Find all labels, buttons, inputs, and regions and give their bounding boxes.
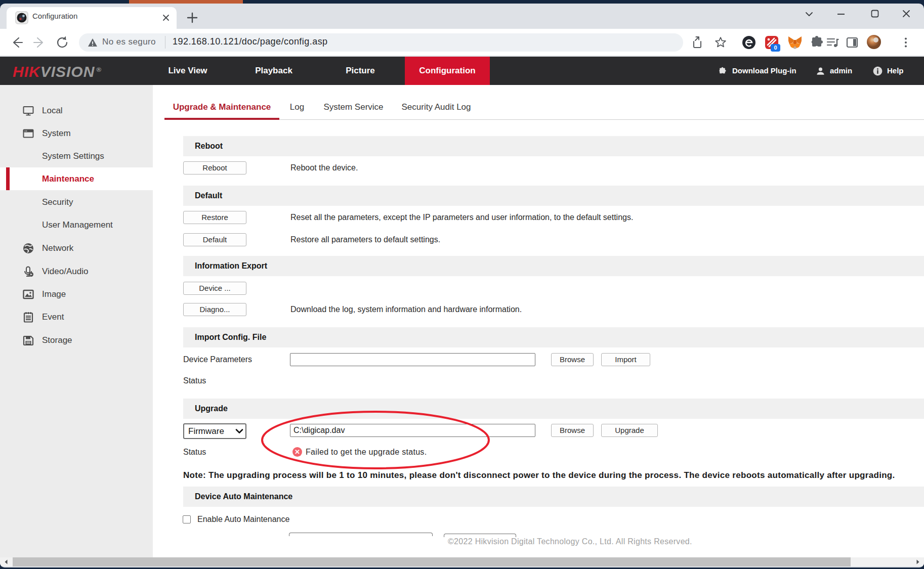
storage-disk-icon	[22, 334, 34, 346]
help-link[interactable]: Help	[887, 57, 904, 85]
section-default: Default	[183, 186, 924, 206]
tab-title: Configuration	[32, 12, 77, 20]
upgrade-browse-button[interactable]: Browse	[551, 424, 594, 437]
user-name[interactable]: admin	[830, 57, 852, 85]
download-plugin-link[interactable]: Download Plug-in	[732, 57, 796, 85]
default-desc: Restore all parameters to default settin…	[290, 233, 440, 246]
import-browse-button[interactable]: Browse	[551, 353, 594, 366]
upgrade-status-label: Status	[183, 446, 206, 459]
sidebar-item-system[interactable]: System	[0, 122, 153, 145]
sidebar-item-network[interactable]: Network	[0, 237, 153, 259]
metamask-fox-icon[interactable]	[787, 34, 803, 51]
sidebar-item-system-settings[interactable]: System Settings	[0, 145, 153, 167]
upgrade-note: Note: The upgrading process will be 1 to…	[183, 470, 895, 480]
sidebar-item-image[interactable]: Image	[0, 283, 153, 305]
tab-log[interactable]: Log	[279, 99, 315, 115]
auto-maintenance-field-partial[interactable]	[289, 533, 433, 536]
section-import-config: Import Config. File	[183, 327, 924, 347]
nav-playback[interactable]: Playback	[242, 57, 306, 85]
screenshot-stage: Configuration	[0, 0, 924, 569]
window-maximize-icon[interactable]	[867, 6, 883, 21]
bookmark-star-icon[interactable]	[712, 34, 729, 51]
sidebar: Local System System Settings Maintenance…	[0, 85, 153, 557]
section-device-auto-maintenance: Device Auto Maintenance	[183, 487, 924, 507]
tab-security-audit-log[interactable]: Security Audit Log	[392, 99, 480, 115]
nav-live-view[interactable]: Live View	[156, 57, 220, 85]
tab-upgrade-maintenance[interactable]: Upgrade & Maintenance	[164, 99, 279, 115]
hikvision-logo: HIKVISION®	[13, 63, 102, 80]
side-panel-icon[interactable]	[844, 34, 860, 51]
restore-button[interactable]: Restore	[183, 211, 246, 224]
restore-desc: Reset all the parameters, except the IP …	[290, 211, 633, 224]
desktop-strip-accent	[129, 0, 243, 4]
browser-toolbar: No es seguro 192.168.10.121/doc/page/con…	[0, 29, 924, 56]
upgrade-file-input[interactable]	[290, 424, 535, 437]
scrollbar-thumb[interactable]	[13, 557, 851, 566]
nav-picture[interactable]: Picture	[328, 57, 392, 85]
music-list-icon[interactable]	[824, 34, 841, 51]
page-body: Local System System Settings Maintenance…	[0, 85, 924, 557]
auto-maintenance-field-partial-2[interactable]	[444, 534, 516, 537]
image-icon	[22, 288, 34, 300]
extensions-puzzle-icon[interactable]	[809, 34, 825, 51]
sidebar-item-event[interactable]: Event	[0, 305, 153, 328]
diagnose-desc: Download the log, system information and…	[290, 303, 522, 316]
diagnose-export-button[interactable]: Diagno...	[183, 303, 246, 316]
browser-menu-dots-icon[interactable]	[898, 34, 914, 51]
sidebar-item-security[interactable]: Security	[0, 191, 153, 213]
profile-avatar[interactable]	[866, 34, 883, 51]
scroll-left-arrow-icon[interactable]	[3, 559, 9, 565]
microphone-icon	[22, 266, 34, 278]
enable-auto-maintenance-checkbox[interactable]	[183, 515, 191, 523]
window-minimize-icon[interactable]	[833, 6, 849, 21]
not-secure-warning-icon[interactable]	[88, 37, 98, 48]
help-info-icon	[873, 66, 883, 76]
window-chevron-icon[interactable]	[802, 6, 817, 21]
import-button[interactable]: Import	[601, 353, 650, 366]
tab-close-icon[interactable]	[160, 12, 172, 24]
network-globe-icon	[22, 242, 34, 254]
browser-window: Configuration	[0, 4, 924, 567]
tab-strip: Configuration	[0, 4, 924, 29]
sidebar-item-video-audio[interactable]: Video/Audio	[0, 260, 153, 283]
reboot-button[interactable]: Reboot	[183, 161, 246, 174]
plugin-puzzle-icon	[718, 66, 727, 76]
window-close-icon[interactable]	[899, 6, 914, 21]
monitor-icon	[22, 105, 34, 117]
omnibox-separator	[165, 36, 165, 49]
upgrade-status-message: Failed to get the upgrade status.	[306, 446, 427, 459]
upgrade-type-select[interactable]: Firmware	[183, 423, 246, 439]
share-icon[interactable]	[689, 34, 705, 51]
nav-configuration[interactable]: Configuration	[405, 57, 490, 85]
main-content: Upgrade & Maintenance Log System Service…	[153, 85, 924, 557]
address-bar[interactable]: No es seguro 192.168.10.121/doc/page/con…	[79, 33, 683, 52]
reload-icon[interactable]	[54, 34, 70, 51]
scroll-right-arrow-icon[interactable]	[915, 559, 921, 565]
device-parameters-label: Device Parameters	[183, 353, 252, 366]
upgrade-button[interactable]: Upgrade	[601, 424, 658, 437]
active-tab-underline	[164, 118, 279, 120]
tab-system-service[interactable]: System Service	[315, 99, 392, 115]
sidebar-item-local[interactable]: Local	[0, 99, 153, 122]
forward-icon[interactable]	[31, 34, 48, 51]
sidebar-item-storage[interactable]: Storage	[0, 329, 153, 352]
device-parameters-input[interactable]	[290, 353, 535, 366]
event-notepad-icon	[22, 311, 34, 323]
system-window-icon	[22, 127, 34, 140]
user-icon	[816, 66, 825, 76]
sidebar-item-user-management[interactable]: User Management	[0, 213, 153, 236]
url-text[interactable]: 192.168.10.121/doc/page/config.asp	[173, 36, 328, 47]
browser-tab[interactable]: Configuration	[7, 7, 177, 29]
horizontal-scrollbar[interactable]	[0, 557, 924, 566]
sidebar-item-maintenance[interactable]: Maintenance	[0, 167, 153, 190]
reboot-desc: Reboot the device.	[290, 161, 358, 174]
back-icon[interactable]	[9, 34, 25, 51]
default-button[interactable]: Default	[183, 233, 246, 246]
extension-e-icon[interactable]	[741, 34, 757, 51]
device-export-button[interactable]: Device ...	[183, 282, 246, 295]
new-tab-icon[interactable]	[183, 9, 201, 27]
tab-favicon-camera-icon	[15, 11, 28, 24]
section-information-export: Information Export	[183, 256, 924, 276]
enable-auto-maintenance-label: Enable Auto Maintenance	[197, 513, 289, 526]
security-status-label[interactable]: No es seguro	[102, 37, 156, 47]
